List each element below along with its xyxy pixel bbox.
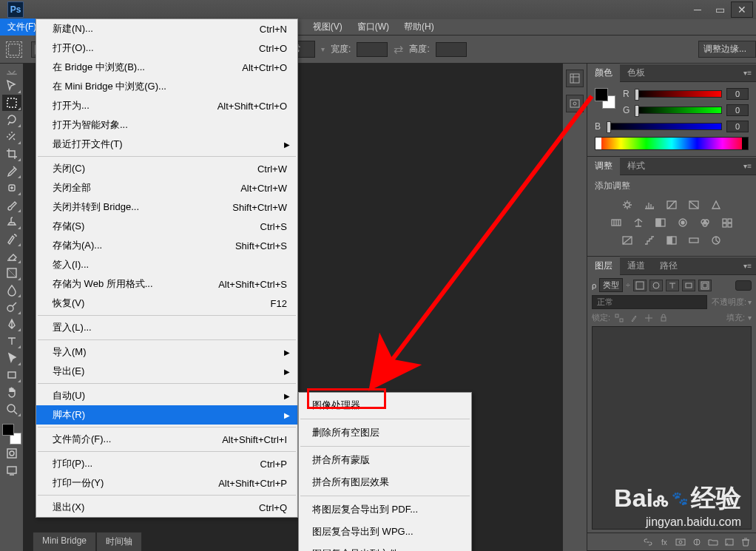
rectangle-tool[interactable] bbox=[2, 367, 21, 383]
hue-icon[interactable] bbox=[609, 216, 624, 229]
menu-item[interactable]: 打印一份(Y)Alt+Shift+Ctrl+P bbox=[36, 473, 297, 493]
zoom-tool[interactable] bbox=[2, 401, 21, 417]
menu-item[interactable]: 打印(P)...Ctrl+P bbox=[36, 454, 297, 473]
history-icon[interactable] bbox=[566, 70, 584, 87]
layer-filter-kind[interactable]: 类型 bbox=[599, 278, 623, 292]
g-value[interactable]: 0 bbox=[726, 104, 749, 116]
current-tool-icon[interactable] bbox=[6, 41, 22, 58]
channel-mixer-icon[interactable] bbox=[698, 216, 712, 229]
bw-icon[interactable] bbox=[653, 216, 668, 229]
filter-pixel-icon[interactable] bbox=[633, 280, 647, 291]
link-icon[interactable]: ⇄ bbox=[394, 42, 403, 56]
properties-icon[interactable] bbox=[566, 95, 584, 112]
delete-layer-icon[interactable] bbox=[740, 537, 752, 547]
tab-paths[interactable]: 路径 bbox=[652, 257, 685, 275]
menu-item[interactable]: 退出(X)Ctrl+Q bbox=[36, 498, 297, 517]
menu-item[interactable]: 打开为...Alt+Shift+Ctrl+O bbox=[36, 96, 297, 115]
maximize-button[interactable]: ▭ bbox=[709, 1, 731, 18]
submenu-item[interactable]: 图层复合导出到文件... bbox=[299, 543, 471, 551]
height-input[interactable] bbox=[436, 42, 467, 57]
curves-icon[interactable] bbox=[664, 198, 679, 212]
menu-item[interactable]: 签入(I)... bbox=[36, 255, 297, 274]
submenu-item[interactable]: 图像处理器... bbox=[299, 394, 471, 416]
color-balance-icon[interactable] bbox=[631, 216, 646, 229]
blend-mode-select[interactable]: 正常 bbox=[592, 295, 707, 309]
filter-shape-icon[interactable] bbox=[682, 280, 695, 291]
submenu-item[interactable]: 图层复合导出到 WPG... bbox=[299, 521, 471, 543]
b-value[interactable]: 0 bbox=[726, 121, 749, 132]
threshold-icon[interactable] bbox=[664, 234, 679, 247]
path-selection-tool[interactable] bbox=[2, 350, 21, 366]
filter-adjustment-icon[interactable] bbox=[649, 280, 663, 291]
menu-item[interactable]: 关闭全部Alt+Ctrl+W bbox=[36, 178, 297, 197]
hand-tool[interactable] bbox=[2, 384, 21, 400]
move-tool[interactable] bbox=[2, 78, 21, 94]
close-button[interactable]: ✕ bbox=[731, 1, 753, 18]
color-lookup-icon[interactable] bbox=[720, 216, 735, 229]
r-slider[interactable] bbox=[636, 90, 722, 98]
tab-channels[interactable]: 通道 bbox=[620, 257, 652, 275]
submenu-item[interactable]: 拼合所有蒙版 bbox=[299, 449, 471, 471]
group-icon[interactable] bbox=[707, 537, 719, 547]
foreground-swatch[interactable] bbox=[2, 424, 14, 436]
crop-tool[interactable] bbox=[2, 146, 21, 162]
layer-mask-icon[interactable] bbox=[675, 537, 686, 547]
levels-icon[interactable] bbox=[642, 198, 657, 212]
panel-menu-icon[interactable]: ▾≡ bbox=[739, 69, 756, 77]
magic-wand-tool[interactable] bbox=[2, 129, 21, 145]
link-layers-icon[interactable] bbox=[642, 537, 654, 547]
menu-item[interactable]: 存储为 Web 所用格式...Alt+Shift+Ctrl+S bbox=[36, 274, 297, 294]
marquee-tool[interactable] bbox=[2, 95, 21, 111]
blur-tool[interactable] bbox=[2, 282, 21, 298]
quick-mask-tool[interactable] bbox=[2, 445, 21, 462]
g-slider[interactable] bbox=[636, 107, 722, 114]
r-value[interactable]: 0 bbox=[726, 88, 749, 100]
clone-stamp-tool[interactable] bbox=[2, 214, 21, 230]
panel-color-swatches[interactable] bbox=[595, 88, 615, 109]
eyedropper-tool[interactable] bbox=[2, 163, 21, 179]
collapse-icon[interactable] bbox=[2, 68, 21, 77]
lock-transparency-icon[interactable] bbox=[613, 313, 625, 323]
brush-tool[interactable] bbox=[2, 197, 21, 213]
adjustment-layer-icon[interactable] bbox=[691, 537, 703, 547]
tab-color[interactable]: 颜色 bbox=[587, 64, 620, 82]
dodge-tool[interactable] bbox=[2, 299, 21, 315]
exposure-icon[interactable] bbox=[686, 198, 701, 212]
menu-item[interactable]: 打开(O)...Ctrl+O bbox=[36, 38, 297, 58]
vibrance-icon[interactable] bbox=[709, 198, 723, 212]
menu-view[interactable]: 视图(V) bbox=[306, 18, 350, 36]
brightness-icon[interactable] bbox=[620, 198, 635, 212]
type-tool[interactable] bbox=[2, 333, 21, 349]
tab-timeline[interactable]: 时间轴 bbox=[96, 532, 142, 551]
panel-menu-icon[interactable]: ▾≡ bbox=[739, 162, 756, 170]
menu-item[interactable]: 新建(N)...Ctrl+N bbox=[36, 19, 297, 38]
refine-edge-button[interactable]: 调整边缘... bbox=[698, 41, 756, 58]
submenu-item[interactable]: 删除所有空图层 bbox=[299, 422, 471, 444]
filter-type-icon[interactable] bbox=[666, 280, 679, 291]
minimize-button[interactable]: ─ bbox=[686, 1, 709, 18]
color-spectrum[interactable] bbox=[595, 137, 749, 150]
gradient-tool[interactable] bbox=[2, 265, 21, 281]
screen-mode-tool[interactable] bbox=[2, 462, 21, 479]
menu-item[interactable]: 最近打开文件(T)▶ bbox=[36, 135, 297, 154]
b-slider[interactable] bbox=[608, 123, 722, 130]
tab-styles[interactable]: 样式 bbox=[620, 157, 652, 175]
color-swatches[interactable] bbox=[2, 424, 21, 444]
layer-style-icon[interactable]: fx bbox=[658, 537, 670, 547]
lock-position-icon[interactable] bbox=[643, 313, 655, 323]
tab-layers[interactable]: 图层 bbox=[587, 257, 620, 275]
history-brush-tool[interactable] bbox=[2, 231, 21, 247]
menu-item[interactable]: 打开为智能对象... bbox=[36, 115, 297, 135]
menu-item[interactable]: 导出(E)▶ bbox=[36, 362, 297, 381]
pen-tool[interactable] bbox=[2, 316, 21, 332]
menu-item[interactable]: 存储为(A)...Shift+Ctrl+S bbox=[36, 236, 297, 255]
menu-item[interactable]: 脚本(R)▶ bbox=[36, 405, 297, 425]
photo-filter-icon[interactable] bbox=[675, 216, 690, 229]
menu-item[interactable]: 存储(S)Ctrl+S bbox=[36, 217, 297, 236]
menu-item[interactable]: 关闭并转到 Bridge...Shift+Ctrl+W bbox=[36, 197, 297, 217]
tab-adjustments[interactable]: 调整 bbox=[587, 157, 620, 175]
menu-item[interactable]: 自动(U)▶ bbox=[36, 386, 297, 405]
selective-color-icon[interactable] bbox=[709, 234, 723, 247]
new-layer-icon[interactable] bbox=[723, 537, 735, 547]
lock-pixels-icon[interactable] bbox=[628, 313, 640, 323]
